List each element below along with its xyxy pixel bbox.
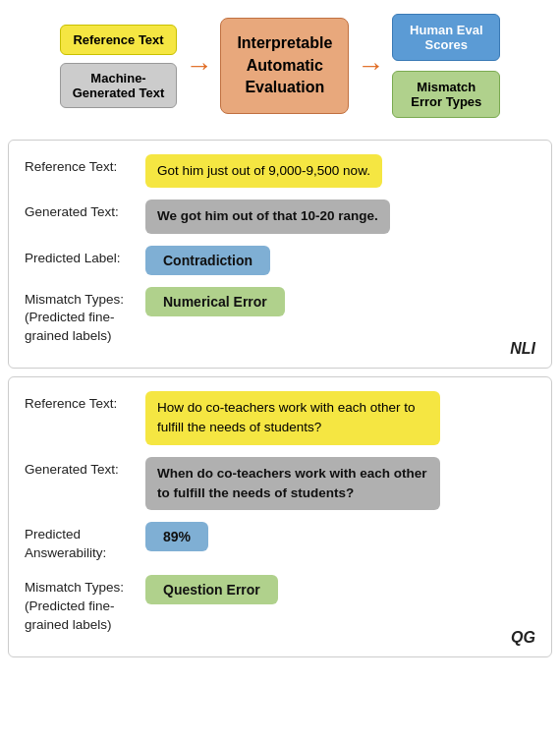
qg-mismatch-row: Mismatch Types:(Predicted fine-grained l… [25,575,535,635]
qg-pred-row: PredictedAnswerability: 89% [25,522,535,563]
qg-tag: QG [511,629,535,647]
qg-pred-label: PredictedAnswerability: [25,522,138,563]
qg-gen-row: Generated Text: When do co-teachers work… [25,457,535,511]
nli-ref-value: Got him just out of 9,000-9,500 now. [145,154,382,188]
arrow-right: → [357,50,384,82]
qg-ref-value: How do co-teachers work with each other … [145,391,440,445]
qg-card: Reference Text: How do co-teachers work … [8,376,552,656]
qg-pred-value: 89% [145,522,208,551]
nli-pred-row: Predicted Label: Contradiction [25,246,535,275]
center-eval-box: InterpretableAutomaticEvaluation [220,18,349,113]
diagram-inputs: Reference Text Machine-Generated Text [60,25,178,108]
mismatch-types-box: MismatchError Types [392,71,500,118]
nli-card: Reference Text: Got him just out of 9,00… [8,140,552,369]
nli-mismatch-label: Mismatch Types:(Predicted fine-grained l… [25,287,138,347]
arrow-left: → [185,50,212,82]
nli-mismatch-value: Numerical Error [145,287,285,316]
reference-text-box: Reference Text [60,25,178,55]
human-eval-box: Human EvalScores [392,14,500,61]
machine-text-box: Machine-Generated Text [60,63,178,108]
nli-ref-label: Reference Text: [25,154,138,177]
nli-gen-label: Generated Text: [25,200,138,222]
nli-tag: NLI [510,340,535,358]
qg-ref-label: Reference Text: [25,391,138,414]
nli-pred-label: Predicted Label: [25,246,138,268]
qg-ref-row: Reference Text: How do co-teachers work … [25,391,535,445]
nli-ref-row: Reference Text: Got him just out of 9,00… [25,154,535,188]
nli-pred-value: Contradiction [145,246,270,275]
qg-mismatch-value: Question Error [145,575,278,604]
qg-gen-label: Generated Text: [25,457,138,480]
nli-gen-row: Generated Text: We got him out of that 1… [25,200,535,233]
diagram-section: Reference Text Machine-Generated Text → … [0,0,560,132]
nli-mismatch-row: Mismatch Types:(Predicted fine-grained l… [25,287,535,347]
qg-mismatch-label: Mismatch Types:(Predicted fine-grained l… [25,575,138,635]
qg-gen-value: When do co-teachers work with each other… [145,457,440,511]
nli-gen-value: We got him out of that 10-20 range. [145,200,390,233]
diagram-outputs: Human EvalScores MismatchError Types [392,14,500,118]
